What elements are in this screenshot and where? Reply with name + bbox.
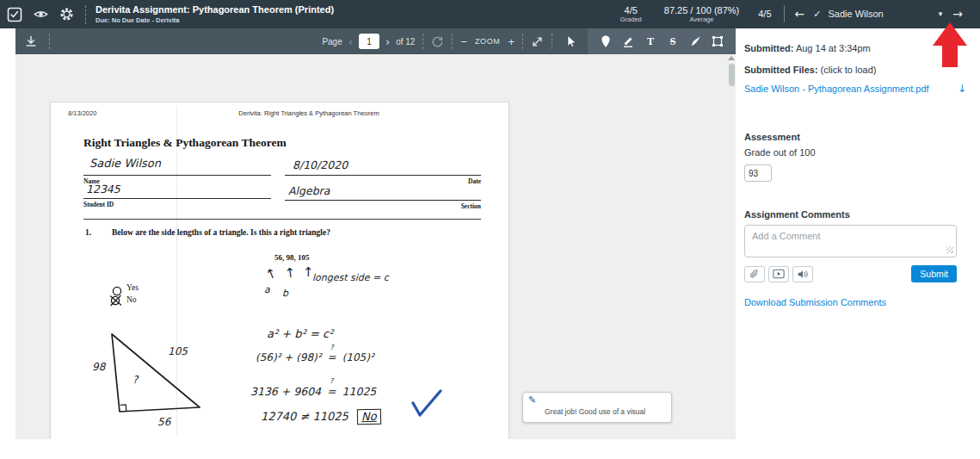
pointer-tool-button[interactable]	[564, 34, 577, 48]
rotate-page-button[interactable]	[431, 35, 444, 48]
next-page-button[interactable]: ›	[385, 36, 390, 47]
fullscreen-expand-button[interactable]	[531, 35, 544, 48]
next-student-button[interactable]: →	[952, 7, 963, 21]
comment-textarea-wrap	[744, 225, 957, 259]
student-id-line	[83, 186, 271, 199]
student-name: Sadie Wilson	[828, 9, 883, 19]
toolbar-divider	[452, 34, 453, 49]
grading-sidebar: Submitted: Aug 14 at 3:34pm Submitted Fi…	[736, 28, 980, 459]
questioned-equals: ?=	[327, 385, 336, 398]
assignment-title-block: Derivita Assignment: Pythagorean Theorem…	[96, 4, 334, 23]
textarea-resize-handle[interactable]	[946, 246, 953, 253]
work-line-1: a² + b² = c²	[267, 327, 333, 340]
submit-comment-button[interactable]: Submit	[911, 265, 957, 282]
text-annotation-tool[interactable]: T	[639, 35, 662, 48]
page-total: of 12	[396, 37, 415, 47]
attach-file-button[interactable]	[744, 266, 765, 282]
assignment-comments-title: Assignment Comments	[744, 209, 980, 220]
date-line	[285, 163, 481, 176]
eye-icon[interactable]	[33, 7, 48, 22]
handwritten-arrow: ↑	[284, 264, 297, 282]
header-right: 4/5 Graded 87.25 / 100 (87%) Average 4/5…	[598, 5, 980, 23]
viewer-scrollbar[interactable]	[729, 64, 735, 86]
highlight-annotation-tool[interactable]	[617, 34, 639, 48]
average-label: Average	[664, 16, 739, 24]
q1-side-lengths: 56, 98, 105	[274, 253, 310, 262]
yes-label: Yes	[126, 283, 139, 292]
work-line-2: (56)² + (98)²?=(105)²	[256, 351, 374, 363]
page-label: Page	[322, 37, 342, 47]
doc-print-date: 8/13/2020	[68, 109, 96, 117]
student-dropdown[interactable]: ✓ Sadie Wilson ▾	[813, 9, 942, 20]
graded-stat: 4/5 Graded	[620, 5, 642, 23]
submitted-file-row: Sadie Wilson - Pythagorean Assignment.pd…	[744, 83, 966, 95]
gear-icon[interactable]	[59, 7, 74, 22]
grade-input[interactable]	[744, 164, 772, 182]
zoom-out-button[interactable]: −	[460, 35, 467, 48]
comment-actions-row: Submit	[744, 265, 957, 282]
triangle-left-side-label: 98	[92, 361, 105, 373]
grade-out-of-label: Grade out of 100	[744, 147, 980, 158]
name-line	[83, 163, 271, 176]
submitted-files-hint: (click to load)	[818, 65, 877, 75]
zoom-in-button[interactable]: +	[508, 35, 515, 48]
media-comment-button[interactable]	[768, 266, 789, 282]
gradebook-icon[interactable]	[7, 7, 22, 22]
handwritten-longest-side-note: longest side = c	[312, 272, 389, 283]
strikeout-annotation-tool[interactable]: S	[662, 35, 684, 48]
graded-label: Graded	[620, 16, 642, 24]
average-value: 87.25 / 100 (87%)	[664, 5, 739, 16]
grader-checkmark	[410, 388, 443, 423]
page-number-input[interactable]: 1	[359, 34, 379, 49]
viewer-scroll-up-arrow[interactable]	[728, 56, 735, 60]
comment-textarea[interactable]	[744, 225, 957, 257]
area-select-annotation-tool[interactable]	[706, 34, 729, 48]
pen-icon: ✎	[528, 394, 536, 406]
student-id-label: Student ID	[83, 201, 114, 208]
annotation-comment-text: Great job! Good use of a visual	[545, 407, 645, 416]
document-viewer: 8/13/2020 Derivita: Right Triangles & Py…	[15, 54, 737, 439]
no-radio-circle-crossed	[109, 295, 123, 310]
download-submission-comments-link[interactable]: Download Submission Comments	[744, 297, 980, 307]
handwritten-arrow: ↑	[263, 264, 280, 283]
worksheet-title: Right Triangles & Pythagorean Theorem	[83, 136, 287, 150]
toolbar-divider	[422, 34, 423, 49]
doc-print-header: Derivita: Right Triangles & Pythagorean …	[180, 109, 438, 117]
zoom-label: ZOOM	[475, 37, 500, 46]
audio-comment-button[interactable]	[792, 266, 813, 282]
student-dropdown-caret-icon[interactable]: ▾	[939, 9, 943, 18]
prev-page-button[interactable]: ‹	[348, 36, 353, 47]
triangle-drawing	[85, 325, 214, 425]
triangle-angle-label: ?	[133, 374, 138, 386]
header-left-icons: Derivita Assignment: Pythagorean Theorem…	[0, 4, 334, 23]
toolbar-divider	[49, 34, 50, 49]
annotation-comment-popup[interactable]: ✎ Great job! Good use of a visual	[522, 392, 672, 423]
submitted-value: Aug 14 at 3:34pm	[793, 43, 870, 53]
no-label: No	[126, 295, 137, 304]
handwritten-b-label: b	[282, 288, 288, 299]
docviewer-toolbar: Page ‹ 1 › of 12 − ZOOM + T S	[15, 28, 736, 54]
toolbar-divider	[552, 34, 552, 49]
section-label: Section	[285, 202, 481, 210]
download-document-button[interactable]	[24, 34, 38, 48]
work-line-4: 12740 ≠ 11025No	[261, 409, 381, 425]
app-header: Derivita Assignment: Pythagorean Theorem…	[0, 0, 980, 28]
section-line	[285, 188, 481, 201]
boxed-answer: No	[357, 409, 381, 425]
prev-student-button[interactable]: ←	[795, 7, 805, 21]
triangle-hypotenuse-label: 105	[168, 345, 188, 357]
toolbar-divider	[522, 34, 523, 49]
point-annotation-tool[interactable]	[595, 34, 617, 48]
submitted-files-label: Submitted Files:	[744, 65, 818, 75]
q1-number: 1.	[85, 228, 91, 237]
graded-check-icon: ✓	[813, 9, 821, 20]
work-line-3: 3136 + 9604?=11025	[250, 385, 376, 398]
graded-value: 4/5	[620, 5, 642, 16]
student-position-count: 4/5	[758, 9, 771, 19]
handwritten-a-label: a	[264, 284, 270, 295]
draw-annotation-tool[interactable]	[684, 34, 706, 48]
assignment-due-date: Due: No Due Date - Derivita	[96, 16, 334, 24]
assessment-title: Assessment	[744, 132, 980, 142]
file-download-icon[interactable]: ↓	[958, 83, 966, 95]
submitted-file-link[interactable]: Sadie Wilson - Pythagorean Assignment.pd…	[744, 84, 929, 94]
